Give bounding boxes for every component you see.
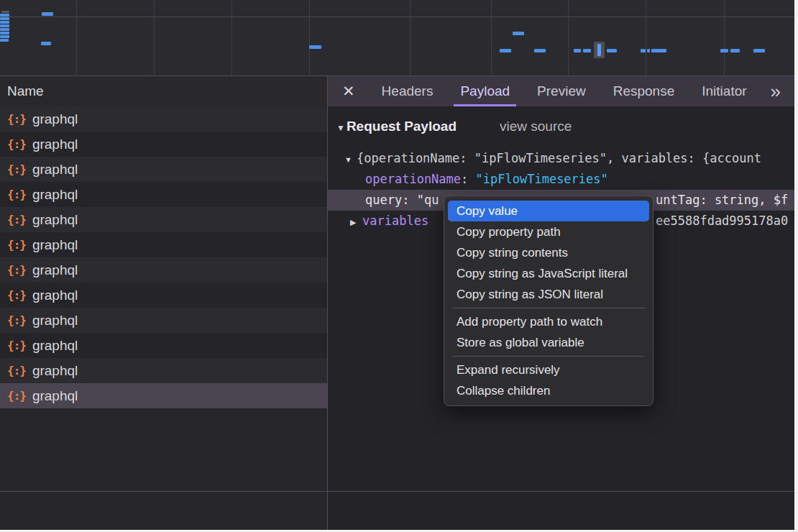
request-timing-bar <box>753 49 765 52</box>
request-row[interactable]: {:}graphql <box>0 207 327 232</box>
menu-divider <box>452 308 645 308</box>
json-braces-icon: {:} <box>7 213 26 226</box>
request-row[interactable]: {:}graphql <box>0 257 327 283</box>
json-braces-icon: {:} <box>7 188 26 201</box>
json-braces-icon: {:} <box>7 137 26 151</box>
request-row[interactable]: {:}graphql <box>0 283 327 308</box>
menu-item-copy-value[interactable]: Copy value <box>448 201 649 221</box>
request-row[interactable]: {:}graphql <box>0 106 327 132</box>
collapse-triangle-icon[interactable]: ▼ <box>344 150 357 169</box>
property-key: query <box>365 193 402 207</box>
request-row[interactable]: {:}graphql <box>0 182 327 207</box>
name-column-header[interactable]: Name <box>0 75 328 106</box>
request-timing-bar <box>513 32 524 35</box>
menu-item-copy-string-js-literal[interactable]: Copy string as JavaScript literal <box>448 263 649 284</box>
request-row[interactable]: {:}graphql <box>0 333 327 358</box>
request-row-selected[interactable]: {:}graphql <box>0 383 327 408</box>
request-name: graphql <box>32 313 78 329</box>
request-row[interactable]: {:}graphql <box>0 232 327 257</box>
variables-preview-right-fragment: ee5588fdad995178a0 <box>656 211 788 231</box>
menu-item-add-property-path-to-watch[interactable]: Add property path to watch <box>448 311 649 332</box>
tab-headers[interactable]: Headers <box>375 76 440 106</box>
request-name: graphql <box>32 363 78 379</box>
network-overview[interactable] <box>0 0 794 75</box>
timeline-gridline <box>410 0 411 75</box>
json-braces-icon: {:} <box>7 389 26 403</box>
request-timing-bar <box>0 32 9 35</box>
timeline-gridline <box>724 0 725 75</box>
timeline-gridline <box>309 0 310 75</box>
payload-section-title: Request Payload <box>347 119 457 134</box>
request-name: graphql <box>32 212 78 228</box>
request-name: graphql <box>32 288 78 303</box>
request-timing-bar <box>647 49 650 52</box>
tab-payload[interactable]: Payload <box>454 76 516 106</box>
json-braces-icon: {:} <box>7 288 26 302</box>
timeline-gridline <box>231 0 232 75</box>
request-timing-bar <box>0 21 9 24</box>
timeline-selection-bar <box>597 44 601 56</box>
request-timing-bar <box>0 28 9 31</box>
tab-response[interactable]: Response <box>607 76 682 106</box>
request-timing-bar <box>1 11 9 13</box>
panel-divider[interactable] <box>327 75 328 530</box>
tab-preview[interactable]: Preview <box>531 76 592 106</box>
property-value-string: "qu <box>417 193 439 207</box>
collapse-triangle-icon[interactable]: ▼ <box>336 123 345 133</box>
request-name: graphql <box>32 237 78 253</box>
tab-initiator[interactable]: Initiator <box>695 76 753 106</box>
request-timing-bar <box>0 24 9 27</box>
root-preview-text: {operationName: "ipFlowTimeseries", vari… <box>357 151 761 165</box>
request-timing-bar <box>607 49 617 52</box>
request-name: graphql <box>32 137 78 152</box>
timeline-gridline <box>154 0 155 75</box>
payload-root-row[interactable]: ▼{operationName: "ipFlowTimeseries", var… <box>328 148 794 169</box>
close-icon[interactable]: ✕ <box>342 83 355 100</box>
request-row[interactable]: {:}graphql <box>0 132 327 157</box>
json-braces-icon: {:} <box>7 313 26 327</box>
property-key: operationName <box>365 172 461 186</box>
request-timing-bar <box>41 42 51 45</box>
request-timing-bar <box>651 49 666 52</box>
request-row[interactable]: {:}graphql <box>0 157 327 182</box>
menu-item-expand-recursively[interactable]: Expand recursively <box>448 359 649 380</box>
timeline-gridline <box>568 0 569 75</box>
json-braces-icon: {:} <box>7 339 26 352</box>
request-row[interactable]: {:}graphql <box>0 308 327 333</box>
tab-list: Headers Payload Preview Response Initiat… <box>368 76 761 106</box>
request-list: {:}graphql {:}graphql {:}graphql {:}grap… <box>0 106 327 408</box>
menu-item-copy-string-contents[interactable]: Copy string contents <box>448 242 649 263</box>
more-tabs-icon[interactable]: » <box>771 82 781 101</box>
request-timing-bar <box>583 49 591 52</box>
payload-section-header: ▼ Request Payload view source <box>336 119 572 134</box>
timeline-gridline <box>491 0 492 75</box>
name-column-label: Name <box>7 83 44 99</box>
request-name: graphql <box>32 338 78 354</box>
payload-operation-row[interactable]: operationName: "ipFlowTimeseries" <box>328 169 794 190</box>
request-name: graphql <box>32 162 78 178</box>
request-timing-bar <box>574 49 581 52</box>
expand-triangle-icon[interactable]: ▶ <box>350 212 362 231</box>
request-name: graphql <box>32 262 78 278</box>
menu-item-copy-string-json-literal[interactable]: Copy string as JSON literal <box>448 284 649 305</box>
request-name: graphql <box>32 111 78 127</box>
request-timing-bar <box>730 49 740 52</box>
timeline-gridline <box>646 0 646 75</box>
menu-item-store-as-global-variable[interactable]: Store as global variable <box>448 332 649 353</box>
separator: : <box>461 172 475 186</box>
request-timing-bar <box>309 45 321 49</box>
request-timing-bar <box>720 49 728 52</box>
timeline-gridline <box>0 17 794 17</box>
request-row[interactable]: {:}graphql <box>0 358 327 383</box>
timeline-gridline <box>76 0 77 75</box>
query-value-right-fragment: untTag: string, $f <box>656 190 788 211</box>
json-braces-icon: {:} <box>7 162 26 176</box>
request-timing-bar <box>0 14 9 17</box>
view-source-link[interactable]: view source <box>500 119 572 134</box>
request-timing-bar <box>500 49 511 52</box>
menu-item-copy-property-path[interactable]: Copy property path <box>448 221 649 242</box>
context-menu: Copy value Copy property path Copy strin… <box>444 196 653 406</box>
menu-divider <box>452 356 645 357</box>
menu-item-collapse-children[interactable]: Collapse children <box>448 380 649 401</box>
request-timing-bar <box>0 39 9 42</box>
